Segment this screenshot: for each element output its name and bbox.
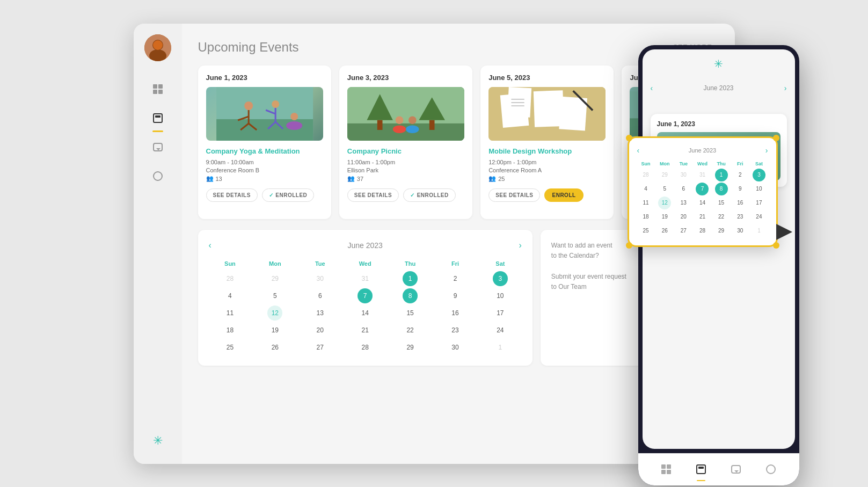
enrolled-btn-2[interactable]: ENROLLED <box>403 188 456 202</box>
popup-cal-day[interactable]: 21 <box>696 210 709 223</box>
mobile-calendar-icon <box>696 464 706 474</box>
cal-day-3[interactable]: 3 <box>493 271 508 286</box>
popup-cal-day[interactable]: 25 <box>639 224 652 237</box>
cal-day[interactable]: 10 <box>493 288 508 303</box>
popup-cal-day[interactable]: 23 <box>734 210 747 223</box>
cal-day-12[interactable]: 12 <box>267 306 282 321</box>
popup-cal-day[interactable]: 29 <box>658 169 671 181</box>
event-image-yoga <box>206 87 323 141</box>
popup-cal-day-1[interactable]: 1 <box>715 169 728 181</box>
cal-day[interactable]: 20 <box>312 323 327 338</box>
cal-day[interactable]: 6 <box>312 288 327 303</box>
popup-cal-day-8[interactable]: 8 <box>715 183 728 195</box>
cal-day[interactable]: 14 <box>358 306 373 321</box>
mobile-calendar-area: ‹ June 2023 › June 1, 2023 <box>643 78 795 449</box>
see-details-btn-1[interactable]: SEE DETAILS <box>206 188 258 202</box>
cal-day[interactable]: 22 <box>403 323 418 338</box>
popup-cal-day[interactable]: 26 <box>658 224 671 237</box>
cal-day[interactable]: 5 <box>267 288 282 303</box>
mobile-cal-prev[interactable]: ‹ <box>651 84 653 92</box>
cal-day[interactable]: 19 <box>267 323 282 338</box>
popup-cal-day[interactable]: 10 <box>753 183 765 195</box>
cal-day[interactable]: 23 <box>448 323 463 338</box>
popup-cal-day[interactable]: 20 <box>677 210 690 223</box>
cal-day[interactable]: 26 <box>267 340 282 355</box>
popup-cal-day[interactable]: 28 <box>696 224 709 237</box>
cal-day[interactable]: 13 <box>312 306 327 321</box>
popup-cal-day[interactable]: 11 <box>639 197 652 209</box>
sidebar-item-settings[interactable] <box>146 164 170 188</box>
popup-cal-next[interactable]: › <box>765 146 768 155</box>
mobile-nav-calendar[interactable] <box>691 460 711 479</box>
cal-day[interactable]: 2 <box>448 271 463 286</box>
cal-day[interactable]: 21 <box>358 323 373 338</box>
cal-day[interactable]: 31 <box>358 271 373 286</box>
cal-day[interactable]: 25 <box>222 340 237 355</box>
mobile-cal-next[interactable]: › <box>784 84 787 92</box>
popup-cal-day-3[interactable]: 3 <box>753 169 765 181</box>
popup-cal-day[interactable]: 6 <box>677 183 690 195</box>
popup-cal-day[interactable]: 30 <box>734 224 747 237</box>
see-details-btn-2[interactable]: SEE DETAILS <box>347 188 399 202</box>
sidebar-item-calendar[interactable] <box>146 106 170 130</box>
cal-day[interactable]: 1 <box>493 340 508 355</box>
popup-cal-day[interactable]: 4 <box>639 183 652 195</box>
cal-day[interactable]: 30 <box>312 271 327 286</box>
enrolled-btn-1[interactable]: ENROLLED <box>262 188 315 202</box>
popup-cal-day[interactable]: 16 <box>734 197 747 209</box>
cal-day[interactable]: 11 <box>222 306 237 321</box>
cal-day[interactable]: 28 <box>358 340 373 355</box>
calendar-next-btn[interactable]: › <box>519 241 521 250</box>
popup-cal-day[interactable]: 27 <box>677 224 690 237</box>
mobile-nav-chat[interactable] <box>726 460 746 479</box>
popup-cal-day[interactable]: 24 <box>753 210 765 223</box>
cal-day-8[interactable]: 8 <box>403 288 418 303</box>
popup-cal-day[interactable]: 14 <box>696 197 709 209</box>
popup-dow-fri: Fri <box>731 160 749 168</box>
popup-cal-day[interactable]: 22 <box>715 210 728 223</box>
popup-cal-day[interactable]: 29 <box>715 224 728 237</box>
popup-cal-day[interactable]: 1 <box>753 224 765 237</box>
mobile-nav-grid[interactable] <box>657 460 676 479</box>
popup-cal-day[interactable]: 17 <box>753 197 765 209</box>
cal-day[interactable]: 24 <box>493 323 508 338</box>
event-location-1: Conference Room B <box>206 167 323 173</box>
enroll-btn-3[interactable]: ENROLL <box>544 188 583 202</box>
popup-cal-day[interactable]: 19 <box>658 210 671 223</box>
sidebar-item-grid[interactable] <box>146 77 170 101</box>
mobile-nav-settings[interactable] <box>761 460 781 479</box>
sidebar-item-chat[interactable] <box>146 135 170 159</box>
event-actions-3: SEE DETAILS ENROLL <box>488 188 606 202</box>
popup-cal-day[interactable]: 18 <box>639 210 652 223</box>
see-details-btn-3[interactable]: SEE DETAILS <box>488 188 540 202</box>
cal-day[interactable]: 4 <box>222 288 237 303</box>
mobile-chat-icon <box>731 465 741 474</box>
cal-day[interactable]: 29 <box>403 340 418 355</box>
popup-cal-day[interactable]: 2 <box>734 169 747 181</box>
cal-day[interactable]: 16 <box>448 306 463 321</box>
popup-cal-day[interactable]: 15 <box>715 197 728 209</box>
desktop-app: ✳ Upcoming Events SEE MORE > June 1, 202… <box>134 24 735 464</box>
cal-day[interactable]: 17 <box>493 306 508 321</box>
mobile-device: ✳ ‹ June 2023 › June 1, 2023 <box>638 45 799 485</box>
popup-cal-day[interactable]: 30 <box>677 169 690 181</box>
popup-cal-day[interactable]: 9 <box>734 183 747 195</box>
cal-day[interactable]: 9 <box>448 288 463 303</box>
cal-day[interactable]: 30 <box>448 340 463 355</box>
cal-day[interactable]: 29 <box>267 271 282 286</box>
popup-cal-day[interactable]: 5 <box>658 183 671 195</box>
popup-cal-day[interactable]: 28 <box>639 169 652 181</box>
cal-day[interactable]: 15 <box>403 306 418 321</box>
cal-day[interactable]: 27 <box>312 340 327 355</box>
cal-day-7[interactable]: 7 <box>358 288 373 303</box>
avatar[interactable] <box>144 34 171 61</box>
popup-cal-day-12[interactable]: 12 <box>658 197 671 209</box>
popup-cal-day[interactable]: 31 <box>696 169 709 181</box>
popup-cal-prev[interactable]: ‹ <box>637 146 640 155</box>
popup-cal-day-7[interactable]: 7 <box>696 183 709 195</box>
cal-day[interactable]: 28 <box>222 271 237 286</box>
popup-cal-day[interactable]: 13 <box>677 197 690 209</box>
cal-day-1[interactable]: 1 <box>403 271 418 286</box>
calendar-prev-btn[interactable]: ‹ <box>209 241 211 250</box>
cal-day[interactable]: 18 <box>222 323 237 338</box>
